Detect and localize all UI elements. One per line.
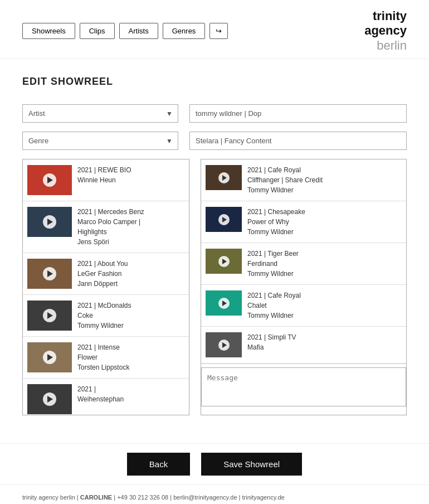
logo: trinityagency berlin — [364, 9, 407, 53]
list-item[interactable]: 2021 | Simpli TV Mafia — [201, 327, 406, 364]
list-item[interactable]: 2021 | Weihenstephan — [23, 379, 189, 415]
list-item[interactable]: 2021 | Mercedes Benz Marco Polo Camper |… — [23, 201, 189, 253]
main-content: EDIT SHOWREEL Artist ▼ tommy wildner | D… — [0, 59, 429, 443]
list-item[interactable]: 2021 | About You LeGer Fashion Jann Döpp… — [23, 253, 189, 295]
nav-showreels[interactable]: Showreels — [22, 23, 75, 39]
item-text: 2021 | McDonalds Coke Tommy Wildner — [77, 301, 131, 331]
list-item[interactable]: 2021 | Cafe Royal Cliffhanger | Share Cr… — [201, 159, 406, 201]
save-showreel-button[interactable]: Save Showreel — [201, 453, 302, 476]
item-text: 2021 | About You LeGer Fashion Jann Döpp… — [77, 259, 128, 289]
play-icon — [43, 392, 56, 406]
item-text: 2021 | REWE BIO Winnie Heun — [77, 165, 131, 185]
footer-email-link[interactable]: berlin@trinityagency.de — [173, 494, 237, 501]
play-icon — [218, 172, 230, 183]
thumbnail — [27, 301, 72, 331]
footer-text: trinity agency berlin | CAROLINE | +49 3… — [22, 494, 407, 501]
thumbnail — [27, 207, 72, 237]
thumbnail — [206, 249, 242, 274]
play-icon — [218, 256, 230, 267]
play-icon — [43, 173, 56, 187]
list-item[interactable]: 2021 | Cafe Royal Chalet Tommy Wildner — [201, 285, 406, 327]
item-text: 2021 | Simpli TV Mafia — [247, 332, 296, 352]
thumbnail — [206, 207, 242, 232]
thumbnail — [27, 259, 72, 289]
thumbnail — [206, 332, 242, 357]
play-icon — [43, 267, 56, 280]
thumbnail — [206, 290, 242, 316]
artist-dropdown[interactable]: Artist — [22, 104, 178, 123]
item-text: 2021 | Weihenstephan — [77, 384, 124, 404]
play-icon — [43, 309, 56, 322]
nav-export-button[interactable]: ↪ — [209, 23, 228, 39]
list-item[interactable]: 2021 | Intense Flower Torsten Lippstock — [23, 337, 189, 379]
list-item[interactable]: 2021 | REWE BIO Winnie Heun — [23, 159, 189, 201]
footer-website-link[interactable]: trinityagency.de — [242, 494, 284, 501]
play-icon — [43, 215, 56, 229]
message-area — [201, 364, 406, 409]
list-item[interactable]: 2021 | Tiger Beer Ferdinand Tommy Wildne… — [201, 243, 406, 285]
left-clip-list[interactable]: 2021 | REWE BIO Winnie Heun 2021 | Merce… — [22, 159, 189, 415]
item-text: 2021 | Chesapeake Power of Why Tommy Wil… — [247, 207, 305, 237]
genre-row: Genre ▼ Stelara | Fancy Content — [22, 132, 407, 150]
top-navigation: Showreels Clips Artists Genres ↪ trinity… — [0, 0, 429, 59]
item-text: 2021 | Intense Flower Torsten Lippstock — [77, 342, 129, 372]
item-text: 2021 | Cafe Royal Cliffhanger | Share Cr… — [247, 165, 323, 195]
back-button[interactable]: Back — [127, 453, 190, 476]
right-clip-list[interactable]: 2021 | Cafe Royal Cliffhanger | Share Cr… — [201, 159, 407, 415]
thumbnail — [27, 165, 72, 195]
play-icon — [218, 214, 230, 225]
lists-row: 2021 | REWE BIO Winnie Heun 2021 | Merce… — [22, 159, 407, 415]
item-text: 2021 | Cafe Royal Chalet Tommy Wildner — [247, 290, 301, 321]
logo-line3: berlin — [364, 38, 407, 53]
logo-line1: trinityagency — [364, 9, 407, 38]
play-icon — [218, 340, 230, 351]
item-text: 2021 | Mercedes Benz Marco Polo Camper |… — [77, 207, 144, 247]
genre-display: Stelara | Fancy Content — [189, 132, 407, 150]
message-input[interactable] — [201, 367, 406, 406]
artist-display: tommy wildner | Dop — [189, 104, 407, 123]
play-icon — [218, 298, 230, 309]
item-text: 2021 | Tiger Beer Ferdinand Tommy Wildne… — [247, 249, 299, 279]
list-item[interactable]: 2021 | McDonalds Coke Tommy Wildner — [23, 295, 189, 337]
thumbnail — [27, 384, 72, 414]
nav-buttons: Showreels Clips Artists Genres ↪ — [22, 23, 228, 39]
genre-dropdown-wrap: Genre ▼ — [22, 132, 178, 150]
artist-row: Artist ▼ tommy wildner | Dop — [22, 104, 407, 123]
footer: trinity agency berlin | CAROLINE | +49 3… — [0, 484, 429, 504]
play-icon — [43, 351, 56, 364]
nav-artists[interactable]: Artists — [119, 23, 158, 39]
thumbnail — [206, 165, 242, 190]
nav-clips[interactable]: Clips — [80, 23, 115, 39]
artist-dropdown-wrap: Artist ▼ — [22, 104, 178, 123]
genre-dropdown[interactable]: Genre — [22, 132, 178, 150]
list-item[interactable]: 2021 | Chesapeake Power of Why Tommy Wil… — [201, 201, 406, 243]
thumbnail — [27, 342, 72, 372]
page-title: EDIT SHOWREEL — [22, 76, 407, 88]
bottom-bar: Back Save Showreel — [0, 443, 429, 484]
nav-genres[interactable]: Genres — [163, 23, 206, 39]
